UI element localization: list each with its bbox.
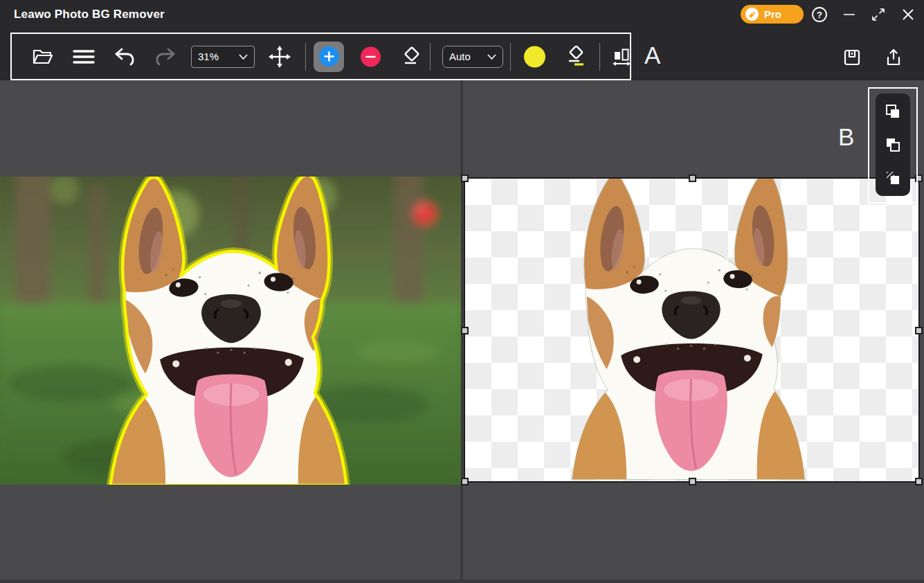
toolbar-divider [430, 43, 431, 71]
original-image-pane[interactable] [0, 177, 461, 485]
matting-mode-value: Auto [449, 51, 471, 62]
pan-tool-button[interactable] [268, 45, 291, 69]
copy-front-icon[interactable] [884, 102, 902, 120]
resize-handle-bottom-center[interactable] [689, 478, 696, 485]
copy-transparent-icon[interactable] [884, 169, 902, 187]
layer-options-panel [868, 87, 918, 204]
toolbar: 31% [10, 33, 631, 80]
matting-mode-select[interactable]: Auto [442, 46, 503, 68]
menu-button[interactable] [72, 47, 96, 66]
original-photo-with-selection [0, 177, 461, 485]
toolbar-divider [510, 43, 511, 71]
annotation-b: B [838, 123, 854, 151]
copy-back-icon[interactable] [884, 136, 902, 154]
editor-canvas: B [0, 80, 924, 583]
save-button[interactable] [842, 48, 862, 70]
resize-handle-bottom-right[interactable] [915, 478, 923, 485]
close-button[interactable] [898, 4, 918, 25]
help-button[interactable]: ? [809, 4, 830, 25]
result-image-pane[interactable] [464, 177, 920, 483]
add-keep-area-button[interactable] [314, 42, 344, 72]
open-file-button[interactable] [32, 46, 54, 67]
highlight-eraser-button[interactable] [564, 45, 588, 69]
brush-color-button[interactable] [524, 46, 545, 67]
pro-label: Pro [764, 8, 781, 20]
toolbar-divider [599, 43, 600, 71]
undo-button[interactable] [113, 46, 136, 67]
minimize-button[interactable] [839, 4, 860, 25]
resize-handle-bottom-left[interactable] [461, 478, 469, 485]
app-window: Leawo Photo BG Remover Pro ? [0, 0, 924, 583]
annotation-a: A [644, 42, 660, 69]
eraser-button[interactable] [399, 46, 423, 68]
toolbar-divider [305, 43, 306, 71]
chevron-down-icon [487, 54, 496, 60]
remove-area-button[interactable] [361, 46, 381, 66]
title-bar: Leawo Photo BG Remover Pro ? [0, 0, 924, 80]
maximize-button[interactable] [868, 4, 889, 25]
pro-badge[interactable]: Pro [741, 5, 804, 24]
export-button[interactable] [884, 48, 903, 70]
resize-handle-middle-right[interactable] [915, 327, 923, 334]
rocket-icon [745, 8, 759, 21]
redo-button[interactable] [154, 46, 177, 67]
cutout-dog-image [465, 179, 918, 481]
question-glyph: ? [817, 10, 822, 20]
resize-handle-middle-left[interactable] [461, 327, 469, 334]
resize-handle-top-center[interactable] [689, 174, 696, 182]
chevron-down-icon [239, 54, 248, 60]
zoom-level-select[interactable]: 31% [191, 46, 255, 68]
resize-handle-top-left[interactable] [461, 174, 469, 182]
window-bottom-edge [0, 580, 924, 583]
compare-size-button[interactable] [611, 46, 632, 67]
window-title: Leawo Photo BG Remover [14, 8, 165, 21]
zoom-level-value: 31% [198, 51, 219, 62]
